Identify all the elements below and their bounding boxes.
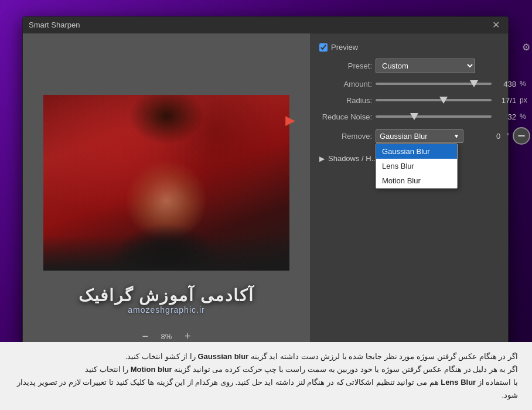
preview-label: Preview <box>331 43 358 52</box>
amount-value: 438 <box>495 80 516 88</box>
info-highlight-motion: Motion blur <box>131 365 172 374</box>
watermark-sub-text: amozeshgraphic.ir <box>128 305 204 315</box>
dropdown-item-lens[interactable]: Lens Blur <box>376 159 457 173</box>
dialog-body: آکادمی آموزش گرافیک amozeshgraphic.ir − … <box>23 33 508 350</box>
radius-unit: px <box>520 96 530 104</box>
watermark-overlay: آکادمی آموزش گرافیک amozeshgraphic.ir <box>23 286 310 315</box>
noise-row: Reduce Noise: 32 % <box>319 111 530 122</box>
remove-row: Remove: Gaussian Blur ▼ Gaussian Blur Le… <box>319 127 530 145</box>
info-highlight-lens: Lens Blur <box>441 378 476 387</box>
angle-line-indicator <box>518 135 525 136</box>
remove-select-display[interactable]: Gaussian Blur ▼ <box>376 129 463 143</box>
radius-slider[interactable] <box>376 99 492 101</box>
preview-checkbox-label[interactable]: Preview <box>319 43 358 52</box>
angle-value: 0 <box>496 132 500 141</box>
preview-checkbox[interactable] <box>319 43 328 52</box>
red-arrow-indicator: ◀ <box>285 114 295 129</box>
info-line3: با استفاده از Lens Blur هم می توانید تنظ… <box>14 376 518 402</box>
info-line1: اگر در هنگام عکس گرفتن سوژه مورد نظر جاب… <box>14 350 518 363</box>
watermark-main-text: آکادمی آموزش گرافیک <box>79 286 255 305</box>
radius-slider-container <box>376 94 492 106</box>
angle-circle[interactable] <box>513 127 530 145</box>
radius-row: Radius: 17/1 px <box>319 94 530 106</box>
amount-slider[interactable] <box>376 83 492 85</box>
top-controls: Preview ⚙ Preset: Custom Default <box>319 42 532 163</box>
shadows-highlights-label: Shadows / H... <box>328 154 378 163</box>
radius-label: Radius: <box>319 96 372 105</box>
smart-sharpen-dialog: Smart Sharpen ✕ آکادمی آموزش گرافیک amoz… <box>22 16 509 350</box>
noise-slider-container <box>376 111 492 122</box>
dropdown-arrow-icon: ▼ <box>453 133 459 139</box>
remove-dropdown-list: Gaussian Blur Lens Blur Motion Blur <box>376 144 458 189</box>
collapse-triangle-icon: ▶ <box>319 155 325 163</box>
info-highlight-gaussian: Gaussian blur <box>198 352 249 361</box>
dropdown-item-gaussian[interactable]: Gaussian Blur <box>376 144 457 159</box>
dropdown-item-motion[interactable]: Motion Blur <box>376 173 457 188</box>
preset-select[interactable]: Custom Default <box>376 59 475 73</box>
noise-unit: % <box>520 112 530 121</box>
remove-label: Remove: <box>319 132 372 141</box>
close-button[interactable]: ✕ <box>490 20 502 30</box>
dialog-title: Smart Sharpen <box>29 20 80 29</box>
amount-label: Amount: <box>319 80 372 88</box>
gear-button[interactable]: ⚙ <box>522 42 530 53</box>
info-panel: اگر در هنگام عکس گرفتن سوژه مورد نظر جاب… <box>0 342 532 410</box>
noise-slider[interactable] <box>376 115 492 118</box>
remove-dropdown-wrapper: Gaussian Blur ▼ Gaussian Blur Lens Blur … <box>376 129 463 143</box>
titlebar: Smart Sharpen ✕ <box>23 17 508 33</box>
amount-slider-container <box>376 78 492 90</box>
preset-row: Preset: Custom Default <box>319 59 530 73</box>
zoom-level: 8% <box>158 332 175 341</box>
preview-image <box>43 95 289 271</box>
controls-area: Preview ⚙ Preset: Custom Default <box>310 33 532 350</box>
left-controls: Preview ⚙ Preset: Custom Default <box>319 42 530 163</box>
angle-degree-label: ° <box>506 132 509 140</box>
amount-row: Amount: 438 % <box>319 78 530 90</box>
remove-selected-value: Gaussian Blur <box>380 132 428 141</box>
preset-label: Preset: <box>319 62 372 70</box>
info-text: اگر در هنگام عکس گرفتن سوژه مورد نظر جاب… <box>14 350 518 402</box>
radius-value: 17/1 <box>495 96 516 105</box>
noise-label: Reduce Noise: <box>319 112 372 121</box>
preview-row: Preview ⚙ <box>319 42 530 53</box>
amount-unit: % <box>520 80 530 88</box>
info-line2: اگر به هر دلیل در هنگام عکس گرفتن سوژه ی… <box>14 363 518 376</box>
preview-area: آکادمی آموزش گرافیک amozeshgraphic.ir − … <box>23 33 310 350</box>
noise-value: 32 <box>495 112 516 121</box>
